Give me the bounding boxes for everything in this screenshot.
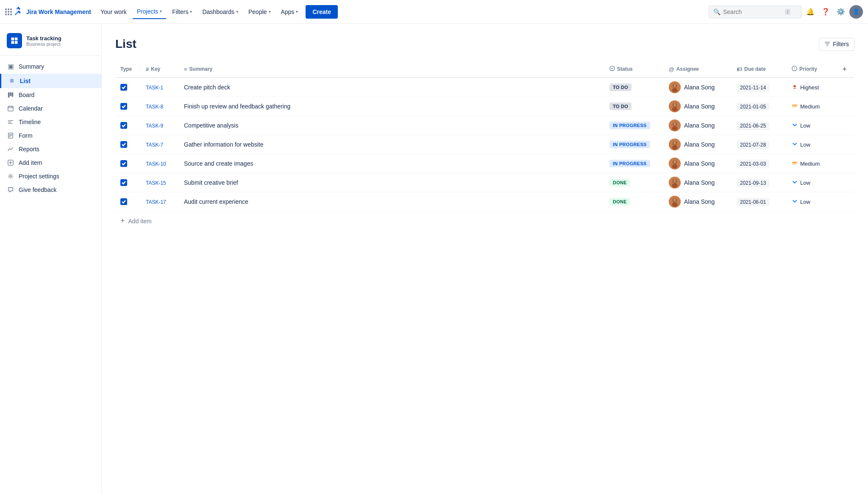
task-key-cell[interactable]: TASK-10 <box>141 154 179 173</box>
status-badge[interactable]: IN PROGRESS <box>609 122 650 129</box>
status-badge[interactable]: IN PROGRESS <box>609 160 650 167</box>
status-badge[interactable]: DONE <box>609 179 630 186</box>
sidebar-item-give-feedback[interactable]: Give feedback <box>0 183 101 197</box>
task-checkbox-cell[interactable] <box>115 154 141 173</box>
task-checkbox-cell[interactable] <box>115 135 141 154</box>
task-key-cell[interactable]: TASK-8 <box>141 97 179 116</box>
nav-apps[interactable]: Apps ▾ <box>277 5 303 19</box>
priority-col-label: Priority <box>799 66 817 72</box>
priority-cell: Low <box>792 141 832 148</box>
task-key-cell[interactable]: TASK-17 <box>141 192 179 211</box>
task-key[interactable]: TASK-8 <box>146 104 163 110</box>
priority-icon <box>792 198 798 205</box>
priority-col-icon <box>792 66 797 72</box>
app-switcher-icon[interactable] <box>5 8 12 15</box>
task-assignee-cell: Alana Song <box>664 116 732 135</box>
task-status-cell[interactable]: IN PROGRESS <box>604 154 664 173</box>
task-key-cell[interactable]: TASK-1 <box>141 78 179 97</box>
search-input[interactable] <box>723 8 782 15</box>
page-title: List <box>115 37 136 51</box>
settings-button[interactable]: ⚙️ <box>834 5 848 19</box>
status-badge[interactable]: TO DO <box>609 83 632 91</box>
table-row[interactable]: TASK-1Create pitch deckTO DO Alana Song … <box>115 78 854 97</box>
task-checkbox[interactable] <box>120 198 127 205</box>
sidebar-item-label: Project settings <box>19 173 59 180</box>
table-row[interactable]: TASK-15Submit creative briefDONE Alana S… <box>115 173 854 192</box>
jira-icon <box>14 6 23 18</box>
status-badge[interactable]: DONE <box>609 198 630 205</box>
status-badge[interactable]: IN PROGRESS <box>609 141 650 148</box>
task-summary-cell: Create pitch deck <box>179 78 604 97</box>
brand-logo[interactable]: Jira Work Management <box>14 6 91 18</box>
add-col-icon[interactable]: + <box>843 65 846 73</box>
sidebar-item-form[interactable]: Form <box>0 129 101 142</box>
assignee-cell: Alana Song <box>669 119 726 131</box>
table-row[interactable]: TASK-7Gather information for websiteIN P… <box>115 135 854 154</box>
task-duedate-cell: 2021-01-05 <box>732 97 787 116</box>
status-badge[interactable]: TO DO <box>609 103 632 110</box>
nav-projects[interactable]: Projects ▾ <box>133 5 167 19</box>
task-status-cell[interactable]: TO DO <box>604 97 664 116</box>
task-checkbox-cell[interactable] <box>115 97 141 116</box>
nav-filters[interactable]: Filters ▾ <box>168 5 196 19</box>
task-key-cell[interactable]: TASK-7 <box>141 135 179 154</box>
svg-point-57 <box>676 143 676 144</box>
table-row[interactable]: TASK-9Competitive analysisIN PROGRESS Al… <box>115 116 854 135</box>
sidebar-item-summary[interactable]: ▣ Summary <box>0 59 101 74</box>
key-col-label: Key <box>151 66 160 72</box>
task-key[interactable]: TASK-7 <box>146 142 163 148</box>
svg-point-65 <box>672 164 678 169</box>
assignee-cell: Alana Song <box>669 196 726 208</box>
sidebar-item-project-settings[interactable]: Project settings <box>0 169 101 183</box>
nav-people[interactable]: People ▾ <box>244 5 275 19</box>
col-header-add[interactable]: + <box>837 61 854 78</box>
task-status-cell[interactable]: IN PROGRESS <box>604 116 664 135</box>
col-header-key: # Key <box>141 61 179 78</box>
task-checkbox-cell[interactable] <box>115 173 141 192</box>
filters-chevron-icon: ▾ <box>190 9 192 14</box>
task-checkbox[interactable] <box>120 122 127 129</box>
task-checkbox-cell[interactable] <box>115 78 141 97</box>
task-status-cell[interactable]: IN PROGRESS <box>604 135 664 154</box>
table-row[interactable]: TASK-17Audit current experienceDONE Alan… <box>115 192 854 211</box>
help-button[interactable]: ❓ <box>819 5 832 19</box>
sidebar-item-add-item[interactable]: Add item <box>0 156 101 169</box>
avatar <box>669 139 681 150</box>
task-key[interactable]: TASK-17 <box>146 199 166 205</box>
task-key[interactable]: TASK-15 <box>146 180 166 186</box>
search-shortcut: / <box>785 9 790 15</box>
task-key-cell[interactable]: TASK-9 <box>141 116 179 135</box>
sidebar-item-list[interactable]: ≡ List <box>0 74 101 88</box>
task-key[interactable]: TASK-10 <box>146 161 166 167</box>
task-checkbox[interactable] <box>120 141 127 148</box>
task-key-cell[interactable]: TASK-15 <box>141 173 179 192</box>
notifications-button[interactable]: 🔔 <box>804 5 817 19</box>
task-checkbox-cell[interactable] <box>115 116 141 135</box>
table-row[interactable]: TASK-10Source and create imagesIN PROGRE… <box>115 154 854 173</box>
due-date: 2021-01-05 <box>737 103 769 111</box>
project-name: Task tracking <box>26 35 61 42</box>
sidebar-item-board[interactable]: Board <box>0 88 101 102</box>
col-header-priority: Priority <box>787 61 837 78</box>
task-status-cell[interactable]: DONE <box>604 192 664 211</box>
task-checkbox[interactable] <box>120 84 127 91</box>
task-status-cell[interactable]: DONE <box>604 173 664 192</box>
filters-button[interactable]: Filters <box>819 38 854 51</box>
create-button[interactable]: Create <box>306 5 338 19</box>
task-key[interactable]: TASK-9 <box>146 123 163 129</box>
add-item-row[interactable]: + Add item <box>115 211 854 230</box>
nav-your-work[interactable]: Your work <box>96 5 131 19</box>
sidebar-item-reports[interactable]: Reports <box>0 142 101 156</box>
task-checkbox[interactable] <box>120 160 127 167</box>
sidebar-item-calendar[interactable]: Calendar <box>0 102 101 115</box>
nav-dashboards[interactable]: Dashboards ▾ <box>198 5 242 19</box>
task-status-cell[interactable]: TO DO <box>604 78 664 97</box>
sidebar-item-timeline[interactable]: Timeline <box>0 115 101 129</box>
task-checkbox[interactable] <box>120 103 127 110</box>
table-row[interactable]: TASK-8Finish up review and feedback gath… <box>115 97 854 116</box>
task-checkbox-cell[interactable] <box>115 192 141 211</box>
user-avatar[interactable]: 👤 <box>849 5 863 19</box>
task-checkbox[interactable] <box>120 179 127 186</box>
search-bar[interactable]: 🔍 / <box>709 6 802 18</box>
task-key[interactable]: TASK-1 <box>146 85 163 91</box>
